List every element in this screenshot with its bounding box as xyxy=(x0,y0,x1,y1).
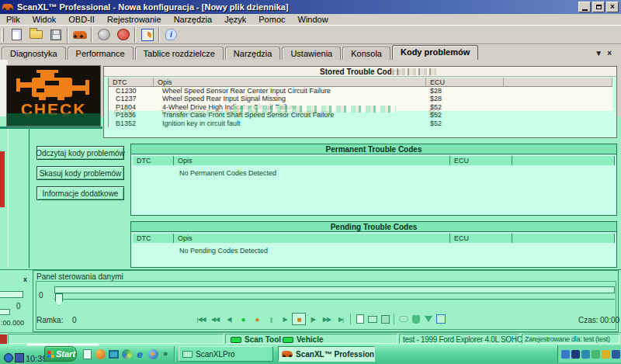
windows-logo-icon xyxy=(47,351,54,358)
fragment-time: :00.000 xyxy=(1,319,24,327)
info-icon[interactable]: i xyxy=(161,26,181,43)
menu-rejestrowanie[interactable]: Rejestrowanie xyxy=(101,15,168,24)
tray-icon[interactable] xyxy=(571,350,580,359)
tab-narzedzia[interactable]: Narzędzia xyxy=(225,47,281,60)
vehicle-icon[interactable] xyxy=(70,26,89,43)
pause-button[interactable]: || xyxy=(264,313,278,325)
permanent-table-header: DTC Opis ECU xyxy=(133,156,615,165)
log-save-icon[interactable] xyxy=(379,313,391,325)
data-control-panel: Panel sterowania danymi 0 Ramka: 0 |◀◀ ◀… xyxy=(0,269,621,332)
taskbar-separator xyxy=(174,346,175,362)
record-button[interactable]: ● xyxy=(236,313,250,325)
app-icon xyxy=(2,4,13,10)
menu-narzedzia[interactable]: Narzędzia xyxy=(168,15,219,24)
tray-icon[interactable] xyxy=(581,350,590,359)
car-icon xyxy=(282,351,293,357)
toolbar-grip[interactable] xyxy=(2,28,4,42)
menu-bar: Plik Widok OBD-II Rejestrowanie Narzędzi… xyxy=(0,14,621,25)
taskbar-button-scanxl[interactable]: ScanXL™ Professional... xyxy=(278,346,375,362)
tray-icon[interactable] xyxy=(592,350,600,359)
quicklaunch-desktop-icon[interactable] xyxy=(107,348,120,360)
quicklaunch-mediaplayer-icon[interactable] xyxy=(147,348,159,360)
dashboard-icon[interactable] xyxy=(137,26,157,43)
step-back-button[interactable]: ◀| xyxy=(222,313,236,325)
toolbar-separator xyxy=(134,27,136,43)
fragment-close-icon[interactable]: x xyxy=(20,275,30,284)
open-file-icon[interactable] xyxy=(26,26,46,43)
tab-dropdown-icon[interactable]: ▼ xyxy=(595,49,602,57)
tray-icon[interactable] xyxy=(612,350,620,359)
tab-diagnostyka[interactable]: Diagnostyka xyxy=(2,47,66,60)
toolbar: i xyxy=(0,25,621,44)
scan-tool-label: Scan Tool xyxy=(245,335,281,344)
skip-end-button[interactable]: ▶| xyxy=(334,313,348,325)
log-export-icon[interactable] xyxy=(435,313,447,325)
menu-pomoc[interactable]: Pomoc xyxy=(252,15,291,24)
clear-codes-button[interactable]: Skasuj kody problemów xyxy=(36,166,124,180)
tab-kody-problemow[interactable]: Kody problemów xyxy=(392,45,478,60)
fast-forward-button[interactable]: ▶▶ xyxy=(320,313,334,325)
playback-controls: |◀◀ ◀◀ ◀| ● ● || ▶ ■ |▶ ▶▶ ▶| xyxy=(194,313,447,325)
record-alt-button[interactable]: ● xyxy=(250,313,264,325)
window-title: ScanXL™ Professional - Nowa konfiguracja… xyxy=(17,2,289,12)
scanxl-window: ScanXL™ Professional - Nowa konfiguracja… xyxy=(0,0,621,364)
menu-widok[interactable]: Widok xyxy=(26,15,63,24)
toolbar-separator xyxy=(91,27,92,43)
taskbar-button-scanxlpro[interactable]: ScanXLPro xyxy=(179,346,273,362)
step-forward-button[interactable]: |▶ xyxy=(306,313,320,325)
tray-fragment-icon xyxy=(15,353,24,362)
menu-plik[interactable]: Plik xyxy=(0,15,26,24)
stored-title: Stored Trouble Codes xyxy=(104,67,616,77)
play-button[interactable]: ▶ xyxy=(278,313,292,325)
menu-jezyk[interactable]: Język xyxy=(218,15,252,24)
taskbar: 10:39 Start e » ScanXLPro ScanXL™ Profes… xyxy=(0,344,621,364)
stop-button[interactable]: ■ xyxy=(292,313,306,325)
log-open-icon[interactable] xyxy=(366,313,379,325)
system-tray xyxy=(557,345,621,362)
tab-tablice-rozdzielcze[interactable]: Tablice rozdzielcze xyxy=(135,47,224,60)
tab-close-icon[interactable]: × xyxy=(607,49,612,57)
tab-ustawienia[interactable]: Ustawienia xyxy=(282,47,341,60)
table-row[interactable]: C1237 Wheel Speed Rear Input Signal Miss… xyxy=(109,95,612,102)
status-cell-connection: Scan Tool Vehicle xyxy=(225,334,397,344)
rewind-button[interactable]: ◀◀ xyxy=(208,313,222,325)
table-row[interactable]: C1230 Wheel Speed Sensor Rear Center Inp… xyxy=(109,87,612,95)
quicklaunch-firefox-icon[interactable] xyxy=(94,348,106,360)
stored-table-header: DTC Opis ECU xyxy=(109,78,612,87)
skip-start-button[interactable]: |◀◀ xyxy=(194,313,208,325)
permanent-empty-row: No Permanent Codes Detected xyxy=(131,165,616,177)
additional-info-button[interactable]: Informacje dodatkowe xyxy=(36,186,124,200)
tray-icon[interactable] xyxy=(561,350,570,359)
minimize-button[interactable] xyxy=(578,2,591,12)
tab-bar: Diagnostyka Performance Tablice rozdziel… xyxy=(0,44,621,60)
menu-window[interactable]: Window xyxy=(292,15,335,24)
close-button[interactable]: × xyxy=(606,2,619,12)
glitch-red-strip xyxy=(0,151,5,207)
folder-icon xyxy=(182,351,193,358)
timeline-track[interactable] xyxy=(54,286,615,293)
status-cell-registered: Zarejestrowane dla: test (test) xyxy=(522,334,619,344)
restore-button[interactable] xyxy=(592,2,605,12)
save-file-icon[interactable] xyxy=(46,26,65,43)
log-new-icon[interactable] xyxy=(354,313,366,325)
new-file-icon[interactable] xyxy=(7,26,26,43)
status-bar: Scan Tool Vehicle test - 1999 Ford Explo… xyxy=(0,332,621,344)
read-codes-button[interactable]: Odczytaj kody problemów xyxy=(36,146,124,160)
connect-icon[interactable] xyxy=(94,26,113,43)
quicklaunch-document-icon[interactable] xyxy=(81,348,93,360)
start-button[interactable]: Start xyxy=(44,346,77,362)
tray-icon[interactable] xyxy=(602,350,610,359)
quicklaunch-ie-icon[interactable]: e xyxy=(134,348,146,360)
quicklaunch-msn-icon[interactable] xyxy=(120,348,133,360)
log-download-icon[interactable] xyxy=(422,313,435,325)
menu-obd2[interactable]: OBD-II xyxy=(62,15,101,24)
tab-performance[interactable]: Performance xyxy=(68,47,134,60)
table-row[interactable]: P1836 Transfer Case Front Shaft Speed Se… xyxy=(109,111,612,119)
log-upload-icon[interactable] xyxy=(410,313,422,325)
table-row[interactable]: B1352 Ignition key in circuit fault $52 xyxy=(109,120,612,127)
log-disabled-icon[interactable] xyxy=(397,313,410,325)
tab-konsola[interactable]: Konsola xyxy=(342,47,390,60)
scan-tool-led xyxy=(231,337,241,343)
quicklaunch-overflow-chevron[interactable]: » xyxy=(163,348,168,358)
disconnect-icon[interactable] xyxy=(113,26,133,43)
